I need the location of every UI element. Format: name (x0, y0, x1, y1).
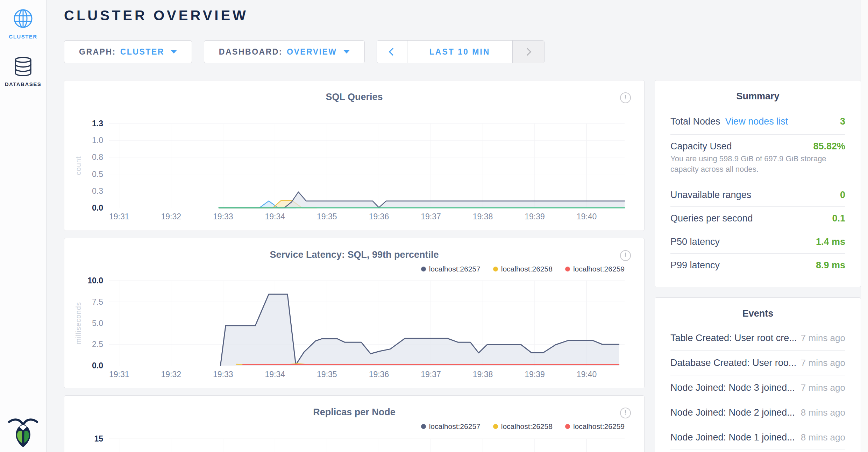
svg-text:0.0: 0.0 (92, 203, 103, 212)
svg-text:19:36: 19:36 (369, 370, 389, 379)
cockroachdb-logo (8, 416, 38, 449)
chevron-left-icon (389, 48, 397, 56)
svg-text:19:40: 19:40 (577, 370, 597, 379)
svg-text:milliseconds: milliseconds (74, 302, 82, 344)
graph-dropdown[interactable]: GRAPH: CLUSTER (64, 40, 192, 63)
legend-entry: localhost:26257 (421, 422, 481, 431)
scrollbar[interactable] (861, 0, 868, 452)
capacity-value: 85.82% (813, 140, 845, 152)
legend-entry: localhost:26257 (421, 265, 481, 273)
chevron-down-icon (171, 50, 177, 54)
summary-title: Summary (670, 90, 845, 102)
svg-text:1.0: 1.0 (92, 136, 103, 145)
svg-text:0.3: 0.3 (92, 186, 103, 196)
svg-text:19:36: 19:36 (369, 212, 389, 221)
graph-dropdown-label: GRAPH: (79, 47, 116, 57)
total-nodes-label: Total Nodes (670, 116, 720, 127)
sidebar-item-databases[interactable]: DATABASES (0, 57, 46, 87)
chart-title: Service Latency: SQL, 99th percentile (64, 249, 644, 260)
graph-dropdown-value: CLUSTER (120, 47, 164, 57)
capacity-label: Capacity Used (670, 140, 732, 152)
chart-legend: localhost:26257 localhost:26258 localhos… (421, 265, 625, 273)
total-nodes-value: 3 (840, 115, 845, 127)
svg-text:19:40: 19:40 (577, 212, 597, 221)
svg-text:19:33: 19:33 (213, 370, 233, 379)
svg-text:19:38: 19:38 (473, 212, 493, 221)
summary-panel: Summary Total NodesView nodes list 3 Cap… (655, 80, 861, 287)
time-range-label[interactable]: LAST 10 MIN (407, 41, 512, 63)
dashboard-dropdown-value: OVERVIEW (287, 47, 337, 57)
legend-entry: localhost:26259 (565, 422, 625, 431)
svg-text:19:32: 19:32 (161, 212, 181, 221)
summary-row-capacity: Capacity Used 85.82% You are using 598.9… (670, 135, 845, 183)
svg-text:2.5: 2.5 (92, 340, 103, 349)
svg-text:19:35: 19:35 (317, 370, 337, 379)
events-title: Events (670, 308, 845, 319)
sql-queries-chart: 19:3119:3219:3319:3419:3519:3619:3719:38… (64, 80, 645, 231)
info-icon[interactable] (620, 250, 631, 261)
chevron-down-icon (343, 50, 350, 54)
database-icon (14, 57, 33, 76)
event-row: Table Created: User root cre... 7 mins a… (670, 326, 845, 351)
sidebar-item-cluster[interactable]: CLUSTER (0, 8, 46, 40)
legend-dot (493, 267, 498, 271)
capacity-caption: You are using 598.9 GiB of 697.9 GiB sto… (670, 154, 845, 175)
svg-text:19:35: 19:35 (317, 212, 337, 221)
sidebar-item-label: CLUSTER (0, 34, 46, 40)
svg-text:0.0: 0.0 (92, 361, 103, 370)
svg-text:19:39: 19:39 (525, 370, 545, 379)
chart-title: Replicas per Node (64, 407, 644, 418)
summary-row: P50 latency 1.4 ms (670, 230, 845, 254)
legend-dot (565, 424, 570, 429)
event-row: Node Joined: Node 3 joined... 7 mins ago (670, 375, 845, 400)
sidebar-item-label: DATABASES (0, 81, 46, 87)
dashboard-dropdown-label: DASHBOARD: (219, 47, 283, 57)
info-icon[interactable] (620, 408, 631, 418)
svg-text:0.8: 0.8 (92, 153, 103, 162)
chart-title: SQL Queries (64, 92, 644, 103)
service-latency-chart: 19:3119:3219:3319:3419:3519:3619:3719:38… (64, 238, 645, 389)
svg-text:19:31: 19:31 (109, 212, 129, 221)
sql-queries-card: 19:3119:3219:3319:3419:3519:3619:3719:38… (64, 80, 645, 231)
svg-text:1.3: 1.3 (92, 119, 103, 128)
event-row: Database Created: User roo... 7 mins ago (670, 351, 845, 375)
svg-text:15: 15 (94, 434, 103, 443)
chevron-right-icon (524, 48, 532, 56)
info-icon[interactable] (620, 92, 631, 103)
svg-text:5.0: 5.0 (92, 319, 103, 328)
sidebar: CLUSTER DATABASES (0, 0, 47, 452)
svg-text:19:38: 19:38 (473, 370, 493, 379)
summary-row: Queries per second 0.1 (670, 207, 845, 230)
legend-dot (421, 267, 426, 271)
svg-text:19:31: 19:31 (109, 370, 129, 379)
legend-dot (565, 267, 570, 271)
svg-text:19:34: 19:34 (265, 370, 285, 379)
summary-row-total-nodes: Total NodesView nodes list 3 (670, 110, 845, 135)
event-row: Node Joined: Node 1 joined... 8 mins ago (670, 425, 845, 450)
service-latency-card: 19:3119:3219:3319:3419:3519:3619:3719:38… (64, 238, 645, 388)
event-row: Node Joined: Node 2 joined... 8 mins ago (670, 400, 845, 425)
svg-text:10.0: 10.0 (87, 276, 103, 285)
svg-text:19:32: 19:32 (161, 370, 181, 379)
svg-text:0.5: 0.5 (92, 170, 103, 179)
view-nodes-list-link[interactable]: View nodes list (725, 116, 788, 127)
dashboard-dropdown[interactable]: DASHBOARD: OVERVIEW (204, 40, 365, 63)
controls-bar: GRAPH: CLUSTER DASHBOARD: OVERVIEW LAST … (64, 40, 545, 63)
svg-text:19:39: 19:39 (525, 212, 545, 221)
legend-dot (421, 424, 426, 429)
svg-text:19:33: 19:33 (213, 212, 233, 221)
svg-text:7.5: 7.5 (92, 297, 103, 306)
legend-entry: localhost:26259 (565, 265, 625, 273)
charts-column: 19:3119:3219:3319:3419:3519:3619:3719:38… (64, 80, 645, 452)
right-column: Summary Total NodesView nodes list 3 Cap… (655, 80, 861, 452)
time-range-next-button[interactable] (512, 41, 544, 63)
summary-row: Unavailable ranges 0 (670, 183, 845, 207)
summary-row: P99 latency 8.9 ms (670, 254, 845, 277)
svg-text:19:37: 19:37 (421, 370, 441, 379)
replicas-per-node-card: 19:3119:3219:3319:3419:3519:3619:3719:38… (64, 395, 645, 452)
time-range-prev-button[interactable] (377, 41, 407, 63)
time-range-selector: LAST 10 MIN (377, 40, 545, 63)
svg-text:19:37: 19:37 (421, 212, 441, 221)
svg-text:count: count (74, 156, 82, 175)
svg-text:19:34: 19:34 (265, 212, 285, 221)
